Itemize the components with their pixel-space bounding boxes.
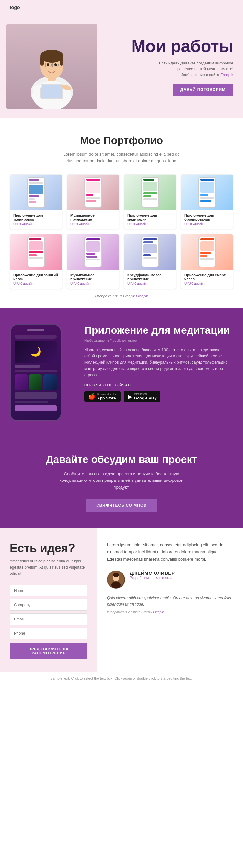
idea-right-text: Lorem ipsum dolor sit amet, consectetur … bbox=[107, 541, 233, 563]
hero-person-image bbox=[6, 24, 97, 108]
email-input[interactable] bbox=[10, 613, 88, 625]
card-sub-8: UI/UX-дизайн bbox=[184, 282, 230, 285]
meditation-phone: 🌙 bbox=[10, 324, 74, 421]
idea-description: Amet tellus duis adipiscing enim eu turp… bbox=[10, 558, 88, 577]
svg-point-3 bbox=[40, 50, 63, 63]
logo: logo bbox=[10, 4, 20, 10]
freepik-link[interactable]: Freepik bbox=[220, 72, 233, 77]
portfolio-footer-note: Изображения из Freepik Freepik bbox=[10, 294, 233, 298]
portfolio-title: Мое Портфолио bbox=[10, 134, 233, 147]
portfolio-card-5[interactable]: Приложение для занятий йогой UI/UX-дизай… bbox=[10, 234, 62, 289]
card-title-6: Музыкальное приложение bbox=[70, 273, 116, 281]
testimonial-name: ДЖЕЙМС ОЛИВЕР bbox=[130, 570, 175, 576]
hero-cta-button[interactable]: ДАВАЙ ПОГОВОРИМ bbox=[173, 84, 233, 96]
meditation-phone-mockup: 🌙 bbox=[10, 324, 62, 421]
testimonial-role: Разработчик приложений bbox=[130, 576, 175, 580]
meditation-title: Приложение для медитации bbox=[84, 324, 233, 336]
google-play-button[interactable]: ▶ GET IT ON Google Play bbox=[124, 391, 160, 402]
card-title-4: Приложение для бронирования bbox=[184, 214, 230, 221]
card-title-5: Приложение для занятий йогой bbox=[13, 273, 59, 281]
phone-input[interactable] bbox=[10, 628, 88, 639]
card-image-7 bbox=[124, 234, 176, 270]
meditation-image-note: Изображение из Freepik, кликни из bbox=[84, 339, 233, 342]
app-store-name: App Store bbox=[97, 396, 117, 400]
card-title-1: Приложение для тренировок bbox=[13, 214, 59, 221]
testimonial: ДЖЕЙМС ОЛИВЕР Разработчик приложений bbox=[107, 570, 233, 589]
store-buttons: 🍎 Download on the App Store ▶ GET IT ON … bbox=[84, 391, 233, 402]
card-sub-1: UI/UX-дизайн bbox=[13, 222, 59, 226]
company-input[interactable] bbox=[10, 599, 88, 611]
portfolio-card-7[interactable]: Краудфандинговое приложение UI/UX-дизайн bbox=[124, 234, 176, 289]
svg-point-7 bbox=[55, 63, 57, 66]
card-sub-2: UI/UX-дизайн bbox=[70, 222, 116, 226]
portfolio-section: Мое Портфолио Lorem ipsum dolor sit amet… bbox=[0, 118, 243, 308]
card-image-2 bbox=[67, 175, 119, 210]
card-title-3: Приложение для медитации bbox=[127, 214, 173, 221]
testimonial-note: Изображения с сайта Freepik Freepik bbox=[107, 611, 233, 614]
portfolio-description: Lorem ipsum dolor sit amet, consectetur … bbox=[57, 151, 186, 164]
card-title-2: Музыкальное приложение bbox=[70, 214, 116, 221]
card-image-5 bbox=[10, 234, 62, 270]
meditation-cta-label: ПОЛУЧИ ЭТО СЕЙЧАС bbox=[84, 383, 233, 387]
google-play-name: Google Play bbox=[134, 396, 156, 400]
card-image-4 bbox=[181, 175, 233, 210]
meditation-content: Приложение для медитации Изображение из … bbox=[84, 324, 233, 402]
meditation-description: Nisprand, созданный на основе более чем … bbox=[84, 347, 233, 378]
discuss-cta-button[interactable]: СВЯЖИТЕСЬ СО МНОЙ bbox=[86, 499, 157, 512]
footer-note: Sample text. Click to select the text bo… bbox=[0, 672, 243, 685]
card-title-7: Краудфандинговое приложение bbox=[127, 273, 173, 281]
card-sub-7: UI/UX-дизайн bbox=[127, 282, 173, 285]
app-store-button[interactable]: 🍎 Download on the App Store bbox=[84, 391, 121, 402]
idea-form: ПРЕДСТАВЛЯТЬ НА РАССМОТРЕНИЕ bbox=[10, 585, 88, 659]
idea-right-panel: Lorem ipsum dolor sit amet, consectetur … bbox=[97, 528, 243, 672]
card-image-8 bbox=[181, 234, 233, 270]
card-sub-6: UI/UX-дизайн bbox=[70, 282, 116, 285]
testimonial-avatar bbox=[107, 570, 125, 589]
card-image-1 bbox=[10, 175, 62, 210]
discuss-title: Давайте обсудим ваш проект bbox=[10, 454, 233, 466]
portfolio-card-2[interactable]: Музыкальное приложение UI/UX-дизайн bbox=[67, 174, 119, 229]
card-image-3 bbox=[124, 175, 176, 210]
hero-section: Мои работы Есть идея? Давайте создадим ц… bbox=[0, 14, 243, 118]
meditation-section: 🌙 Приложение для медитации Изображение и… bbox=[0, 308, 243, 437]
hero-subtitle: Есть идея? Давайте создадим цифровое реш… bbox=[155, 60, 233, 78]
portfolio-card-1[interactable]: Приложение для тренировок UI/UX-дизайн bbox=[10, 174, 62, 229]
card-sub-3: UI/UX-дизайн bbox=[127, 222, 173, 226]
testimonial-freepik-link[interactable]: Freepik bbox=[153, 611, 163, 614]
idea-title: Есть идея? bbox=[10, 541, 88, 555]
discuss-description: Сообщите нам свою идею проекта и получит… bbox=[57, 471, 186, 491]
hero-image bbox=[6, 24, 97, 108]
google-play-icon: ▶ bbox=[128, 393, 132, 400]
svg-point-6 bbox=[47, 63, 49, 66]
idea-submit-button[interactable]: ПРЕДСТАВЛЯТЬ НА РАССМОТРЕНИЕ bbox=[10, 643, 88, 659]
portfolio-card-8[interactable]: Приложение для смарт-часов UI/UX-дизайн bbox=[181, 234, 233, 289]
portfolio-card-4[interactable]: Приложение для бронирования UI/UX-дизайн bbox=[181, 174, 233, 229]
apple-icon: 🍎 bbox=[88, 393, 95, 400]
card-sub-4: UI/UX-дизайн bbox=[184, 222, 230, 226]
hero-title: Мои работы bbox=[131, 37, 233, 55]
hamburger-menu-icon[interactable]: ≡ bbox=[230, 4, 233, 11]
name-input[interactable] bbox=[10, 585, 88, 596]
idea-left-panel: Есть идея? Amet tellus duis adipiscing e… bbox=[0, 528, 97, 672]
svg-rect-4 bbox=[40, 56, 44, 66]
svg-point-18 bbox=[113, 573, 119, 577]
portfolio-card-6[interactable]: Музыкальное приложение UI/UX-дизайн bbox=[67, 234, 119, 289]
navigation: logo ≡ bbox=[0, 0, 243, 14]
svg-rect-13 bbox=[41, 85, 62, 97]
svg-rect-5 bbox=[60, 56, 63, 66]
portfolio-freepik-link[interactable]: Freepik bbox=[136, 294, 148, 298]
google-play-pre: GET IT ON bbox=[134, 393, 156, 396]
portfolio-card-3[interactable]: Приложение для медитации UI/UX-дизайн bbox=[124, 174, 176, 229]
card-title-8: Приложение для смарт-часов bbox=[184, 273, 230, 281]
meditation-freepik-link[interactable]: Freepik bbox=[110, 339, 121, 342]
testimonial-quote: Quis viverra nibh cras pulvinar mattis. … bbox=[107, 595, 233, 608]
testimonial-info: ДЖЕЙМС ОЛИВЕР Разработчик приложений bbox=[130, 570, 175, 580]
discuss-section: Давайте обсудим ваш проект Сообщите нам … bbox=[0, 437, 243, 528]
card-sub-5: UI/UX-дизайн bbox=[13, 282, 59, 285]
portfolio-grid: Приложение для тренировок UI/UX-дизайн М… bbox=[10, 174, 233, 289]
idea-section: Есть идея? Amet tellus duis adipiscing e… bbox=[0, 528, 243, 672]
app-store-pre: Download on the bbox=[97, 393, 117, 396]
hero-content: Мои работы Есть идея? Давайте создадим ц… bbox=[97, 24, 233, 108]
card-image-6 bbox=[67, 234, 119, 270]
